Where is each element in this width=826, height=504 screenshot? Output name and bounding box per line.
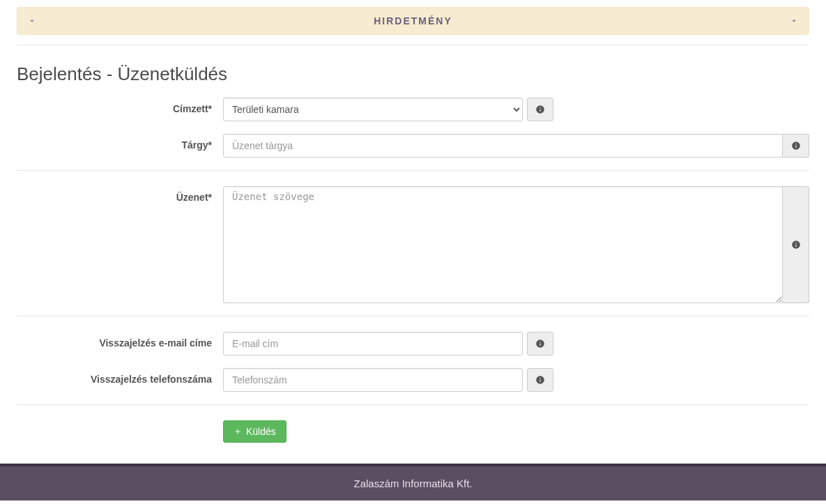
page-title: Bejelentés - Üzenetküldés [17, 63, 809, 85]
message-textarea[interactable] [223, 186, 783, 303]
form-group-recipient: Címzett* Területi kamara [17, 98, 809, 121]
subject-label: Tárgy* [17, 134, 223, 151]
feedback-email-input[interactable] [223, 332, 523, 356]
feedback-email-label: Visszajelzés e-mail címe [17, 332, 223, 349]
divider [17, 404, 809, 405]
info-icon [535, 375, 545, 385]
feedback-phone-label: Visszajelzés telefonszáma [17, 368, 223, 385]
divider [17, 316, 809, 316]
info-icon [535, 105, 545, 114]
plus-icon [234, 427, 242, 436]
recipient-select[interactable]: Területi kamara [223, 98, 523, 121]
recipient-info-button[interactable] [527, 98, 553, 121]
announcement-banner[interactable]: HIRDETMÉNY [17, 7, 809, 35]
message-info-button[interactable] [783, 186, 809, 303]
footer-text: Zalaszám Informatika Kft. [353, 478, 472, 489]
subject-info-button[interactable] [783, 134, 809, 158]
form-group-subject: Tárgy* [17, 134, 809, 158]
form-group-message: Üzenet* [17, 186, 809, 303]
divider [17, 170, 809, 171]
info-icon [535, 339, 545, 349]
chevron-down-icon [27, 16, 37, 26]
feedback-email-info-button[interactable] [527, 332, 553, 356]
footer: Zalaszám Informatika Kft. [0, 464, 826, 501]
form-group-feedback-phone: Visszajelzés telefonszáma [17, 368, 809, 392]
feedback-phone-info-button[interactable] [527, 368, 553, 392]
form-group-submit: Küldés [17, 420, 809, 443]
feedback-phone-input[interactable] [223, 368, 523, 392]
message-label: Üzenet* [17, 186, 223, 203]
info-icon [791, 141, 801, 151]
send-button-label: Küldés [246, 426, 276, 437]
divider [17, 45, 809, 45]
recipient-label: Címzett* [17, 98, 223, 114]
info-icon [791, 240, 801, 250]
form-group-feedback-email: Visszajelzés e-mail címe [17, 332, 809, 356]
subject-input[interactable] [223, 134, 783, 158]
chevron-down-icon [789, 16, 799, 26]
banner-title: HIRDETMÉNY [37, 15, 789, 26]
send-button[interactable]: Küldés [223, 420, 286, 443]
